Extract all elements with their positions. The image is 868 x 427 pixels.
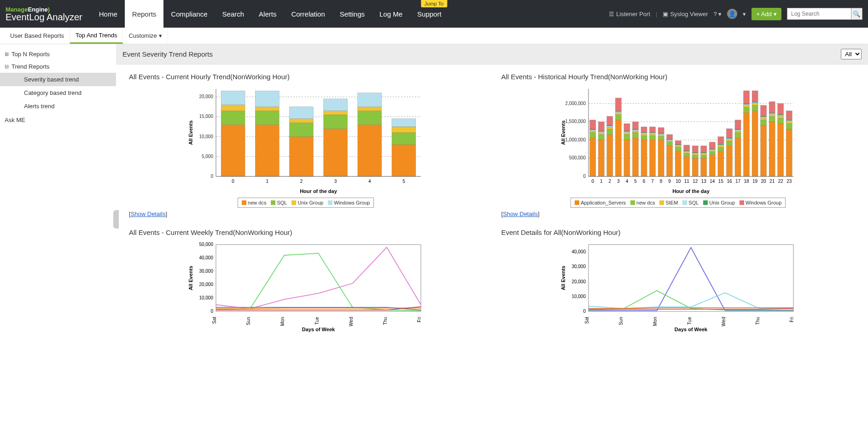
svg-rect-242: [588, 245, 793, 311]
nav-settings[interactable]: Settings: [332, 0, 372, 28]
svg-rect-187: [752, 111, 758, 177]
svg-text:15,000: 15,000: [199, 114, 214, 119]
nav-reports[interactable]: Reports: [125, 0, 164, 28]
svg-text:Tue: Tue: [687, 317, 692, 325]
svg-rect-169: [726, 139, 732, 140]
subnav-top-trends[interactable]: Top And Trends: [70, 28, 123, 44]
svg-rect-201: [769, 122, 775, 176]
nav-compliance[interactable]: Compliance: [163, 0, 215, 28]
svg-rect-213: [777, 104, 783, 115]
nav-correlation[interactable]: Correlation: [284, 0, 332, 28]
svg-rect-199: [760, 105, 766, 117]
listener-port-link[interactable]: ☰Listener Port: [609, 11, 650, 18]
help-icon[interactable]: ? ▾: [714, 11, 722, 18]
svg-rect-208: [777, 123, 783, 176]
svg-rect-203: [769, 114, 775, 116]
chart-title: All Events - Historical Hourly Trend(Non…: [501, 73, 856, 81]
show-details-wrap: [Show Details]: [129, 211, 483, 217]
svg-rect-94: [632, 122, 638, 129]
svg-rect-59: [590, 120, 596, 129]
svg-text:Days of Week: Days of Week: [675, 327, 708, 332]
svg-rect-61: [598, 140, 604, 176]
user-menu-icon[interactable]: 👤: [727, 9, 737, 19]
svg-rect-215: [786, 129, 792, 176]
svg-rect-175: [735, 131, 741, 133]
svg-text:17: 17: [735, 179, 741, 184]
svg-rect-111: [658, 136, 664, 140]
svg-rect-66: [598, 122, 604, 131]
svg-text:Hour of the day: Hour of the day: [300, 188, 338, 194]
subnav-user-based[interactable]: User Based Reports: [5, 28, 70, 44]
svg-rect-23: [290, 107, 314, 119]
svg-rect-117: [666, 146, 672, 176]
svg-text:Mon: Mon: [652, 317, 658, 326]
svg-rect-69: [607, 129, 613, 135]
jump-to-button[interactable]: Jump To: [421, 0, 447, 7]
svg-rect-168: [726, 140, 732, 141]
svg-rect-82: [624, 140, 630, 176]
svg-rect-210: [777, 116, 783, 118]
sidebar-collapse-handle[interactable]: [113, 210, 119, 228]
syslog-viewer-link[interactable]: ▣Syslog Viewer: [663, 11, 708, 18]
svg-rect-54: [590, 138, 596, 176]
chart-title: All Events - Current Weekly Trend(NonWor…: [129, 228, 483, 236]
svg-rect-119: [666, 140, 672, 141]
chart-svg: 010,00020,00030,00040,000SatSunMonTueWed…: [559, 240, 798, 332]
show-details-link[interactable]: Show Details: [131, 211, 166, 217]
svg-text:30,000: 30,000: [199, 269, 214, 274]
sidebar-severity-trend[interactable]: Severity based trend: [0, 73, 116, 86]
svg-rect-68: [607, 135, 613, 176]
svg-rect-33: [358, 93, 382, 107]
sidebar-category-trend[interactable]: Category based trend: [0, 86, 116, 99]
svg-text:All Events: All Events: [560, 266, 566, 290]
sidebar-ask-me[interactable]: Ask ME: [0, 113, 116, 127]
svg-rect-101: [641, 127, 647, 132]
search-button[interactable]: 🔍: [851, 8, 862, 20]
svg-rect-70: [607, 127, 613, 129]
log-search-input[interactable]: [787, 8, 851, 20]
svg-text:13: 13: [701, 179, 707, 184]
filter-select[interactable]: All: [841, 49, 862, 59]
add-button[interactable]: + Add ▾: [751, 8, 781, 20]
svg-rect-195: [760, 120, 766, 125]
svg-rect-197: [760, 117, 766, 118]
svg-text:Fri: Fri: [789, 317, 794, 322]
svg-text:0: 0: [232, 179, 235, 184]
page-header: Event Severity Trend Reports All: [116, 44, 868, 64]
subnav-customize[interactable]: Customize▾: [123, 28, 168, 44]
svg-rect-139: [692, 155, 698, 158]
svg-rect-84: [624, 133, 630, 135]
chart-title: All Events - Current Hourly Trend(NonWor…: [129, 73, 483, 81]
svg-rect-114: [658, 133, 664, 134]
svg-rect-58: [590, 129, 596, 130]
sidebar-trend-reports[interactable]: Trend Reports: [0, 60, 116, 73]
svg-text:Days of Week: Days of Week: [302, 327, 335, 332]
svg-rect-13: [221, 91, 245, 105]
nav-search[interactable]: Search: [215, 0, 252, 28]
svg-rect-107: [649, 132, 655, 133]
sidebar-alerts-trend[interactable]: Alerts trend: [0, 99, 116, 113]
svg-text:8: 8: [660, 179, 663, 184]
chart-title: Event Details for All(NonWorking Hour): [501, 228, 856, 236]
svg-rect-80: [615, 98, 621, 111]
svg-text:0: 0: [591, 179, 594, 184]
show-details-link[interactable]: Show Details: [503, 211, 538, 217]
svg-rect-128: [675, 144, 681, 145]
sidebar-top-n-reports[interactable]: Top N Reports: [0, 48, 116, 60]
svg-text:All Events: All Events: [188, 120, 193, 145]
svg-rect-134: [683, 151, 689, 152]
svg-rect-106: [649, 133, 655, 134]
user-caret-icon[interactable]: ▾: [743, 11, 746, 18]
nav-logme[interactable]: Log Me: [372, 0, 410, 28]
chart-legend: Application_Serversnew dcsSIEMSQLUnix Gr…: [571, 198, 786, 208]
svg-rect-189: [752, 104, 758, 105]
svg-text:20,000: 20,000: [571, 279, 586, 284]
svg-rect-220: [786, 111, 792, 120]
svg-text:Tue: Tue: [315, 317, 320, 325]
svg-rect-87: [624, 123, 630, 131]
nav-alerts[interactable]: Alerts: [251, 0, 284, 28]
svg-rect-93: [632, 129, 638, 130]
svg-text:9: 9: [668, 179, 671, 184]
nav-home[interactable]: Home: [92, 0, 125, 28]
svg-rect-142: [692, 152, 698, 153]
